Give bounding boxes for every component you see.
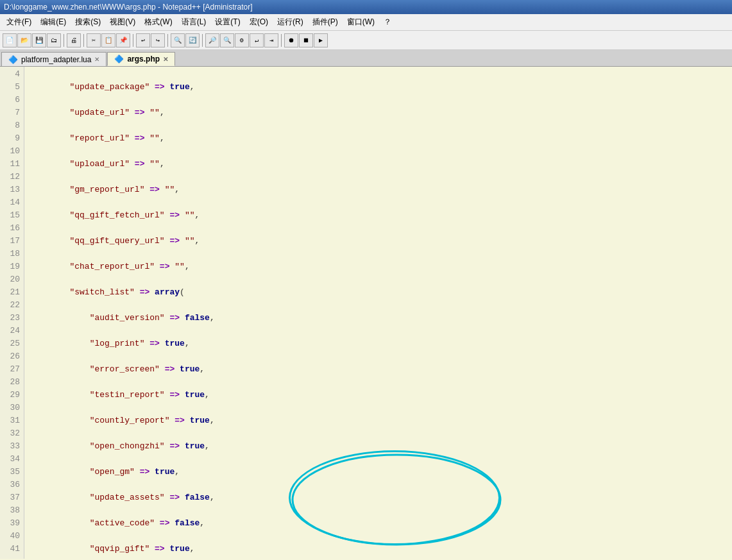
tb-paste[interactable]: 📌 xyxy=(116,33,130,47)
toolbar-sep4 xyxy=(167,34,168,47)
menu-format[interactable]: 格式(W) xyxy=(140,15,176,29)
code-line-17: "countly_report" => true, xyxy=(30,414,727,427)
menu-view[interactable]: 视图(V) xyxy=(106,15,139,29)
tb-play[interactable]: ▶ xyxy=(314,33,328,47)
titlebar: D:\longgame_www.zhen.net\WWW\args.php - … xyxy=(0,0,732,14)
toolbar: 📄 📂 💾 🗂 🖨 ✂ 📋 📌 ↩ ↪ 🔍 🔄 🔎 🔍 ⚙ ↵ ⇥ ⏺ ⏹ ▶ xyxy=(0,31,732,50)
code-line-21: "active_code" => false, xyxy=(30,517,727,530)
code-line-15: "error_screen" => true, xyxy=(30,363,727,376)
tb-replace[interactable]: 🔄 xyxy=(185,33,200,47)
code-line-11: "chat_report_url" => "", xyxy=(30,260,727,273)
tb-undo[interactable]: ↩ xyxy=(136,33,150,47)
code-line-18: "open_chongzhi" => true, xyxy=(30,440,727,453)
toolbar-sep1 xyxy=(64,34,64,47)
tab-platform-adapter-label: platform_adapter.lua xyxy=(21,55,91,64)
code-line-8: "gm_report_url" => "", xyxy=(30,183,727,196)
tb-indent[interactable]: ⇥ xyxy=(264,33,278,47)
code-line-4: "update_package" => true, xyxy=(30,81,727,94)
code-line-20: "update_assets" => false, xyxy=(30,491,727,504)
tb-find[interactable]: 🔍 xyxy=(171,33,185,47)
code-line-16: "testin_report" => true, xyxy=(30,389,727,402)
code-line-10: "qq_gift_query_url" => "", xyxy=(30,235,727,248)
toolbar-sep5 xyxy=(202,34,203,47)
line-numbers: 4 5 6 7 8 9 10 11 12 13 14 15 16 17 18 1… xyxy=(0,67,24,559)
tb-record[interactable]: ⏺ xyxy=(284,33,298,47)
tb-wrap[interactable]: ↵ xyxy=(250,33,264,47)
menu-window[interactable]: 窗口(W) xyxy=(343,15,379,29)
tb-zoom-out[interactable]: 🔍 xyxy=(220,33,234,47)
menu-search[interactable]: 搜索(S) xyxy=(71,15,105,29)
menu-file[interactable]: 文件(F) xyxy=(3,15,35,29)
toolbar-sep2 xyxy=(83,34,84,47)
menu-run[interactable]: 运行(R) xyxy=(273,15,307,29)
tb-saveall[interactable]: 🗂 xyxy=(47,33,61,47)
tab-args-icon: 🔷 xyxy=(114,55,124,64)
tb-sync[interactable]: ⚙ xyxy=(235,33,249,47)
tab-platform-adapter[interactable]: 🔷 platform_adapter.lua ✕ xyxy=(1,52,106,66)
menu-language[interactable]: 语言(L) xyxy=(178,15,210,29)
tabbar: 🔷 platform_adapter.lua ✕ 🔷 args.php ✕ xyxy=(0,50,732,67)
toolbar-sep6 xyxy=(281,34,282,47)
code-line-13: "audit_version" => false, xyxy=(30,312,727,325)
code-content[interactable]: "update_package" => true, "update_url" =… xyxy=(24,67,732,559)
code-area: 4 5 6 7 8 9 10 11 12 13 14 15 16 17 18 1… xyxy=(0,67,732,559)
tab-platform-adapter-close[interactable]: ✕ xyxy=(94,56,99,63)
tb-copy[interactable]: 📋 xyxy=(101,33,115,47)
code-line-19: "open_gm" => true, xyxy=(30,466,727,479)
code-line-5: "update_url" => "", xyxy=(30,106,727,119)
code-line-12: "switch_list" => array( xyxy=(30,286,727,299)
toolbar-sep3 xyxy=(133,34,133,47)
code-line-14: "log_print" => true, xyxy=(30,337,727,350)
menu-settings[interactable]: 设置(T) xyxy=(211,15,244,29)
tab-args[interactable]: 🔷 args.php ✕ xyxy=(107,52,175,66)
menu-help[interactable]: ？ xyxy=(380,15,395,29)
tb-new[interactable]: 📄 xyxy=(3,33,17,47)
tb-redo[interactable]: ↪ xyxy=(151,33,165,47)
tb-open[interactable]: 📂 xyxy=(17,33,31,47)
tab-platform-adapter-icon: 🔷 xyxy=(8,55,18,64)
tb-save[interactable]: 💾 xyxy=(32,33,46,47)
menu-plugins[interactable]: 插件(P) xyxy=(309,15,342,29)
tb-stop[interactable]: ⏹ xyxy=(299,33,313,47)
menubar: 文件(F) 编辑(E) 搜索(S) 视图(V) 格式(W) 语言(L) 设置(T… xyxy=(0,14,732,31)
tab-args-label: args.php xyxy=(127,55,160,64)
code-line-7: "upload_url" => "", xyxy=(30,158,727,171)
tb-print[interactable]: 🖨 xyxy=(67,33,81,47)
code-line-22: "qqvip_gift" => true, xyxy=(30,543,727,556)
menu-macro[interactable]: 宏(O) xyxy=(246,15,272,29)
tb-cut[interactable]: ✂ xyxy=(87,33,101,47)
menu-edit[interactable]: 编辑(E) xyxy=(37,15,70,29)
code-line-6: "report_url" => "", xyxy=(30,132,727,145)
titlebar-text: D:\longgame_www.zhen.net\WWW\args.php - … xyxy=(4,3,253,12)
tb-zoom-in[interactable]: 🔎 xyxy=(205,33,219,47)
code-line-9: "qq_gift_fetch_url" => "", xyxy=(30,209,727,222)
tab-args-close[interactable]: ✕ xyxy=(163,56,168,63)
